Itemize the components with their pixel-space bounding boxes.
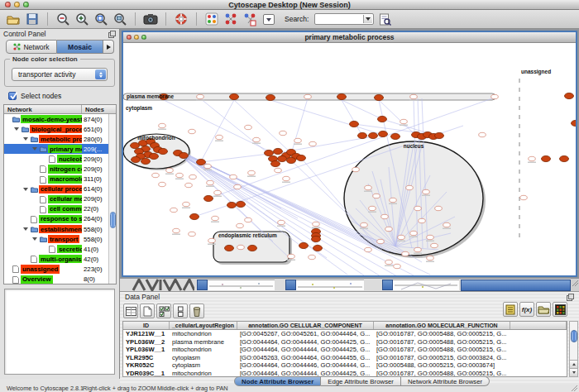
- table-row[interactable]: YKR052Ccytoplasm[GO:0044464, GO:0044446,…: [123, 361, 567, 370]
- close-view-button[interactable]: [127, 35, 132, 40]
- graph-node[interactable]: [207, 180, 214, 184]
- graph-node[interactable]: [237, 223, 244, 227]
- graph-node-selected-color[interactable]: [248, 245, 257, 251]
- background-window-icon[interactable]: [285, 280, 296, 290]
- graph-node[interactable]: [248, 170, 256, 174]
- graph-node[interactable]: [398, 235, 405, 239]
- graph-node[interactable]: [410, 94, 418, 98]
- graph-node-selected-color[interactable]: [204, 195, 213, 201]
- graph-node[interactable]: [280, 131, 287, 135]
- graph-node[interactable]: [394, 264, 401, 268]
- graph-node[interactable]: [275, 168, 282, 172]
- graph-node[interactable]: [185, 183, 193, 187]
- column-header[interactable]: annotation.GO CELLULAR_COMPONENT: [237, 322, 374, 329]
- graph-node[interactable]: [520, 195, 528, 199]
- scroll-down-icon[interactable]: [570, 368, 577, 376]
- graph-node[interactable]: [414, 247, 422, 251]
- graph-node[interactable]: [173, 228, 180, 232]
- background-window-strip[interactable]: [208, 280, 275, 290]
- graph-node[interactable]: [414, 206, 422, 210]
- graph-node-selected-color[interactable]: [542, 155, 551, 161]
- graph-node[interactable]: [400, 119, 408, 123]
- zoom-fit-icon[interactable]: [112, 12, 128, 27]
- graph-node[interactable]: [288, 254, 295, 258]
- graph-node-selected-color[interactable]: [572, 120, 577, 126]
- graph-node[interactable]: [237, 245, 245, 249]
- tree-row-establishment-of-lo[interactable]: establishment of lo558(0): [4, 224, 116, 234]
- attribute-list-icon[interactable]: [503, 302, 518, 317]
- tree-row-biological-process[interactable]: biological_process651(0): [4, 124, 116, 134]
- graph-node[interactable]: [443, 222, 451, 227]
- graph-node-selected-color[interactable]: [266, 94, 275, 100]
- network-canvas[interactable]: plasma membranecytoplasmmitochondrionnuc…: [123, 43, 576, 275]
- scroll-up-icon[interactable]: [570, 360, 577, 368]
- table-row[interactable]: YPL036W__1mitochondrion[GO:0044464, GO:0…: [123, 346, 567, 354]
- graph-node[interactable]: [369, 206, 376, 210]
- graph-node-selected-color[interactable]: [560, 155, 569, 161]
- attribute-table-header[interactable]: ID_cellularLayoutRegionannotation.GO CEL…: [123, 322, 567, 330]
- graph-node[interactable]: [365, 247, 372, 251]
- graph-node-selected-color[interactable]: [358, 132, 367, 138]
- graph-node[interactable]: [361, 222, 368, 227]
- graph-node[interactable]: [183, 202, 190, 206]
- graph-node-selected-color[interactable]: [435, 132, 444, 138]
- window-resize-corner[interactable]: [571, 279, 579, 291]
- graph-node-selected-color[interactable]: [274, 148, 283, 154]
- graph-node[interactable]: [152, 173, 160, 177]
- formula-builder-icon[interactable]: f(x): [519, 302, 534, 317]
- tree-row-metabolic-process[interactable]: metabolic process280(0): [4, 134, 116, 144]
- graph-node[interactable]: [294, 138, 302, 142]
- attribute-table[interactable]: ID_cellularLayoutRegionannotation.GO CEL…: [122, 321, 567, 377]
- graph-node[interactable]: [189, 232, 196, 236]
- graph-node-selected-color[interactable]: [271, 160, 280, 166]
- graph-node-selected-color[interactable]: [230, 93, 239, 99]
- graph-node[interactable]: [406, 185, 414, 189]
- graph-node-selected-color[interactable]: [225, 245, 234, 251]
- annotation-dropdown-icon[interactable]: [261, 12, 277, 27]
- graph-node-selected-color[interactable]: [350, 121, 359, 127]
- select-first-neighbors-icon[interactable]: [223, 12, 239, 27]
- graph-node[interactable]: [309, 141, 317, 146]
- graph-node[interactable]: [214, 190, 222, 194]
- table-row[interactable]: YPL036W__2plasma membrane[GO:0044464, GO…: [123, 338, 567, 347]
- data-scrollbar-thumb[interactable]: [571, 330, 577, 342]
- graph-node-selected-color[interactable]: [237, 201, 246, 207]
- graph-node[interactable]: [390, 198, 397, 202]
- graph-node[interactable]: [234, 184, 242, 189]
- graph-node-selected-color[interactable]: [197, 159, 206, 165]
- background-window-icon[interactable]: [382, 280, 393, 290]
- graph-node-selected-color[interactable]: [369, 132, 378, 138]
- graph-node[interactable]: [381, 214, 389, 218]
- table-row[interactable]: YJR121W__1mitochondrion[GO:0045267, GO:0…: [123, 330, 567, 338]
- graph-node[interactable]: [216, 135, 223, 139]
- delete-attribute-icon[interactable]: [189, 304, 204, 318]
- graph-node[interactable]: [204, 164, 212, 168]
- tree-scrollbar-thumb[interactable]: [110, 212, 116, 228]
- tree-row-cellular-process[interactable]: cellular process614(0): [4, 184, 116, 194]
- graph-node[interactable]: [385, 260, 393, 264]
- search-config-icon[interactable]: [376, 12, 393, 27]
- graph-node[interactable]: [189, 129, 196, 133]
- graph-node-selected-color[interactable]: [131, 142, 140, 148]
- graph-node-selected-color[interactable]: [299, 242, 309, 248]
- tree-row-unassigned[interactable]: unassigned223(0): [4, 264, 116, 274]
- graph-node[interactable]: [410, 231, 418, 235]
- zoom-view-button[interactable]: [141, 35, 146, 40]
- graph-node-selected-color[interactable]: [375, 94, 384, 100]
- graph-node-selected-color[interactable]: [190, 213, 199, 219]
- birds-eye-view[interactable]: [4, 289, 115, 375]
- graph-node[interactable]: [435, 206, 443, 210]
- help-icon[interactable]: [173, 12, 189, 27]
- graph-node-selected-color[interactable]: [379, 131, 388, 136]
- open-icon[interactable]: [5, 12, 22, 27]
- tree-scrollbar[interactable]: [108, 114, 116, 284]
- graph-node-selected-color[interactable]: [391, 133, 400, 139]
- graph-node[interactable]: [159, 182, 166, 186]
- minimize-view-button[interactable]: [134, 35, 139, 40]
- expand-arrow-icon[interactable]: [32, 147, 37, 151]
- graph-node-selected-color[interactable]: [227, 202, 237, 208]
- tab-mosaic[interactable]: Mosaic: [57, 40, 103, 54]
- snapshot-icon[interactable]: [142, 12, 159, 27]
- column-header[interactable]: ID: [123, 322, 170, 329]
- graph-node[interactable]: [304, 94, 312, 98]
